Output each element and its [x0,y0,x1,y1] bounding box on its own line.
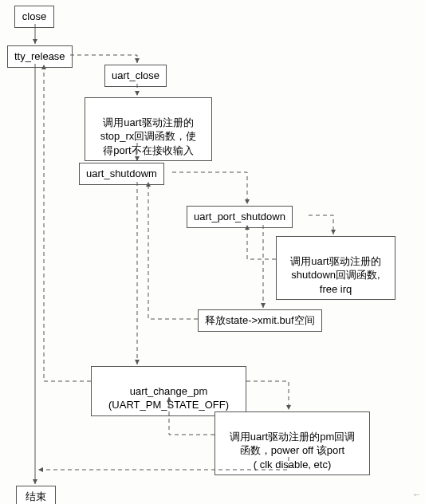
node-tty-release-label: tty_release [14,50,65,62]
node-stop-rx-label: 调用uart驱动注册的 stop_rx回调函数，使 得port不在接收输入 [100,116,197,156]
node-uart-close: uart_close [104,65,167,87]
node-pm-cb-label: 调用uart驱动注册的pm回调 函数，power off 该port ( clk… [230,431,355,471]
node-free-xmit: 释放state->xmit.buf空间 [198,309,322,332]
node-tty-release: tty_release [7,45,73,68]
node-stop-rx: 调用uart驱动注册的 stop_rx回调函数，使 得port不在接收输入 [85,97,212,161]
node-end: 结束 [16,486,56,504]
node-uart-shutdown: uart_shutdowm [79,163,164,185]
node-free-xmit-label: 释放state->xmit.buf空间 [205,314,315,326]
node-uart-close-label: uart_close [112,69,159,81]
node-uart-port-shutdown-label: uart_port_shutdown [194,211,285,222]
node-shutdown-cb-label: 调用uart驱动注册的 shutdown回调函数, free irq [290,255,380,295]
node-uart-change-pm-label: uart_change_pm (UART_PM_STATE_OFF) [108,385,229,411]
node-pm-cb: 调用uart驱动注册的pm回调 函数，power off 该port ( clk… [214,411,370,475]
node-uart-port-shutdown: uart_port_shutdown [187,206,293,228]
footer-mark: ← [412,490,421,499]
node-uart-change-pm: uart_change_pm (UART_PM_STATE_OFF) [91,366,246,416]
node-uart-shutdown-label: uart_shutdowm [86,167,157,179]
node-close-label: close [22,10,46,22]
node-shutdown-cb: 调用uart驱动注册的 shutdown回调函数, free irq [276,236,395,300]
node-close: close [14,6,54,28]
node-end-label: 结束 [26,490,46,502]
